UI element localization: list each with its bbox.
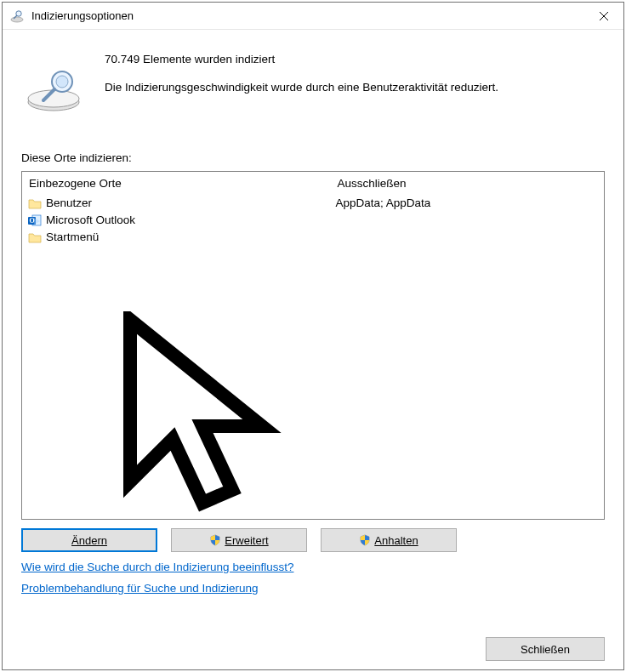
outlook-icon: O [27,213,43,228]
footer: Schließen [486,637,605,661]
status-area: 70.749 Elemente wurden indiziert Die Ind… [3,31,623,124]
list-item-label: Startmenü [46,229,99,246]
titlebar[interactable]: Indizierungsoptionen [3,3,623,30]
advanced-label: Erweitert [225,534,268,547]
content-area: 70.749 Elemente wurden indiziert Die Ind… [3,31,623,669]
modify-label: Ändern [71,534,107,547]
list-item-label: Benutzer [46,195,92,212]
button-row: Ändern Erweitert [21,528,605,552]
drive-magnifier-icon [21,65,86,116]
uac-shield-icon [209,534,221,546]
close-button[interactable] [584,3,623,30]
help-link-how[interactable]: Wie wird die Suche durch die Indizierung… [21,561,293,573]
indexed-count: 70.749 Elemente wurden indiziert [105,53,605,65]
list-item[interactable]: Startmenü [27,229,326,246]
indexing-speed-note: Die Indizierungsgeschwindigkeit wurde du… [105,81,605,94]
close-icon [599,11,609,21]
locations-list[interactable]: Einbezogene Orte Benutzer O [21,171,605,520]
indexing-icon [9,9,25,24]
included-header: Einbezogene Orte [27,175,326,195]
excluded-column: Ausschließen AppData; AppData [331,172,604,519]
modify-button[interactable]: Ändern [21,528,157,552]
svg-point-0 [11,17,23,22]
excluded-header: Ausschließen [336,175,599,195]
included-column: Einbezogene Orte Benutzer O [22,172,331,519]
svg-point-6 [28,90,79,107]
index-locations-label: Diese Orte indizieren: [3,124,623,171]
help-link-troubleshoot[interactable]: Problembehandlung für Suche und Indizier… [21,582,258,595]
svg-point-8 [56,76,68,88]
indexing-options-window: Indizierungsoptionen 70.749 Elemente wur… [2,2,624,670]
pause-button[interactable]: Anhalten [321,528,457,552]
close-dialog-button[interactable]: Schließen [486,637,605,661]
folder-icon [27,230,43,245]
window-title: Indizierungsoptionen [31,9,134,22]
list-item-label: Microsoft Outlook [46,212,135,229]
pause-label: Anhalten [374,534,418,547]
excluded-value: AppData; AppData [336,195,599,212]
folder-icon [27,196,43,211]
advanced-button[interactable]: Erweitert [171,528,307,552]
list-item[interactable]: Benutzer [27,195,326,212]
svg-text:O: O [29,217,34,225]
uac-shield-icon [359,534,371,546]
list-item[interactable]: O Microsoft Outlook [27,212,326,229]
